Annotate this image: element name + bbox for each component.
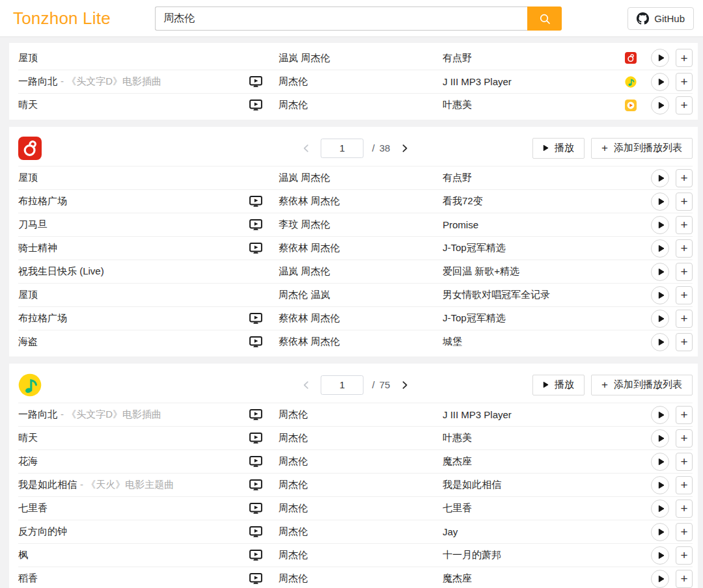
play-song-button[interactable]	[651, 96, 669, 114]
song-title: 海盗	[18, 336, 38, 348]
mv-icon[interactable]	[249, 196, 262, 207]
play-song-button[interactable]	[651, 49, 669, 67]
song-actions: +	[651, 570, 693, 588]
mv-icon[interactable]	[249, 456, 262, 468]
next-page-button[interactable]	[398, 379, 410, 391]
play-song-button[interactable]	[651, 263, 669, 281]
github-button[interactable]: GitHub	[627, 7, 694, 30]
add-song-button[interactable]: +	[676, 96, 693, 114]
add-song-button[interactable]: +	[676, 73, 693, 91]
song-list: 屋顶 温岚 周杰伦 有点野 + 布拉格广场 蔡依林 周杰伦 看我72变 +	[18, 166, 693, 353]
song-row: 布拉格广场 蔡依林 周杰伦 看我72变 +	[18, 189, 693, 213]
song-title: 我是如此相信	[18, 479, 77, 491]
song-artists: 蔡依林 周杰伦	[279, 195, 443, 207]
song-title-cell: 我是如此相信- 《天火》电影主题曲	[18, 479, 249, 491]
github-icon	[637, 12, 649, 25]
mv-icon[interactable]	[249, 76, 262, 88]
mv-icon[interactable]	[249, 503, 262, 514]
play-song-button[interactable]	[651, 476, 669, 494]
mv-icon[interactable]	[249, 573, 262, 585]
song-actions: +	[651, 216, 693, 234]
play-song-button[interactable]	[651, 333, 669, 351]
song-actions: +	[651, 286, 693, 304]
song-row: 一路向北- 《头文字D》电影插曲 周杰伦 J III MP3 Player +	[18, 403, 693, 426]
play-song-button[interactable]	[651, 406, 669, 424]
add-all-button[interactable]: +添加到播放列表	[591, 375, 693, 395]
song-row: 花海 周杰伦 魔杰座 +	[18, 449, 693, 473]
song-row: 刀马旦 李玟 周杰伦 Promise +	[18, 213, 693, 236]
play-song-button[interactable]	[651, 310, 669, 328]
add-song-button[interactable]: +	[676, 286, 693, 304]
add-song-button[interactable]: +	[676, 476, 693, 494]
page-total: /75	[372, 379, 391, 390]
add-song-button[interactable]: +	[676, 333, 693, 351]
song-artists: 李玟 周杰伦	[279, 219, 443, 231]
mv-icon[interactable]	[249, 219, 262, 231]
add-song-button[interactable]: +	[676, 429, 693, 448]
play-icon	[658, 174, 665, 182]
add-song-button[interactable]: +	[676, 523, 693, 541]
mv-icon[interactable]	[249, 409, 262, 421]
play-all-button[interactable]: 播放	[532, 375, 585, 395]
add-song-button[interactable]: +	[676, 193, 693, 211]
play-song-button[interactable]	[651, 73, 669, 91]
mv-icon[interactable]	[249, 336, 262, 348]
prev-page-button[interactable]	[301, 379, 312, 391]
play-song-button[interactable]	[651, 216, 669, 234]
play-song-button[interactable]	[651, 453, 669, 471]
play-song-button[interactable]	[651, 546, 669, 565]
add-song-button[interactable]: +	[676, 406, 693, 424]
page-input[interactable]	[321, 375, 364, 395]
add-all-button[interactable]: +添加到播放列表	[591, 138, 693, 159]
add-song-button[interactable]: +	[676, 263, 693, 281]
song-album: 有点野	[443, 172, 651, 184]
mv-icon[interactable]	[249, 550, 262, 561]
play-song-button[interactable]	[651, 570, 669, 588]
play-song-button[interactable]	[651, 429, 669, 448]
add-song-button[interactable]: +	[676, 453, 693, 471]
add-song-button[interactable]: +	[676, 310, 693, 328]
next-page-button[interactable]	[398, 142, 410, 154]
song-title: 稻香	[18, 572, 38, 585]
add-song-button[interactable]: +	[676, 570, 693, 588]
song-artists: 周杰伦	[279, 526, 443, 538]
play-all-label: 播放	[555, 379, 574, 391]
add-song-button[interactable]: +	[676, 239, 693, 258]
mv-icon[interactable]	[249, 100, 262, 111]
section-header: /75 播放 +添加到播放列表	[18, 367, 693, 403]
mv-icon[interactable]	[249, 433, 262, 444]
song-title-cell: 一路向北- 《头文字D》电影插曲	[18, 75, 249, 88]
search-input[interactable]	[155, 7, 527, 31]
add-song-button[interactable]: +	[676, 169, 693, 187]
search-icon	[538, 12, 551, 25]
add-song-button[interactable]: +	[676, 546, 693, 565]
play-song-button[interactable]	[651, 169, 669, 187]
song-title-cell: 一路向北- 《头文字D》电影插曲	[18, 408, 249, 421]
add-all-label: 添加到播放列表	[614, 379, 682, 391]
qq-music-icon	[625, 76, 637, 88]
play-icon	[658, 101, 665, 109]
section-header: /38 播放 +添加到播放列表	[18, 130, 693, 166]
mv-icon[interactable]	[249, 479, 262, 491]
mv-cell	[249, 313, 279, 325]
mv-cell	[249, 76, 279, 88]
play-icon	[658, 528, 665, 536]
mv-icon[interactable]	[249, 243, 262, 254]
mv-icon[interactable]	[249, 313, 262, 325]
play-song-button[interactable]	[651, 239, 669, 258]
prev-page-button[interactable]	[301, 142, 312, 154]
page-input[interactable]	[321, 139, 364, 158]
add-song-button[interactable]: +	[676, 500, 693, 518]
add-song-button[interactable]: +	[676, 216, 693, 234]
play-song-button[interactable]	[651, 500, 669, 518]
song-title-cell: 晴天	[18, 99, 249, 111]
play-song-button[interactable]	[651, 286, 669, 304]
play-song-button[interactable]	[651, 193, 669, 211]
search-button[interactable]	[527, 7, 562, 31]
play-all-button[interactable]: 播放	[532, 138, 585, 159]
song-artists: 周杰伦	[279, 455, 443, 468]
add-song-button[interactable]: +	[676, 49, 693, 67]
play-song-button[interactable]	[651, 523, 669, 541]
mv-icon[interactable]	[249, 526, 262, 538]
mv-cell	[249, 336, 279, 348]
